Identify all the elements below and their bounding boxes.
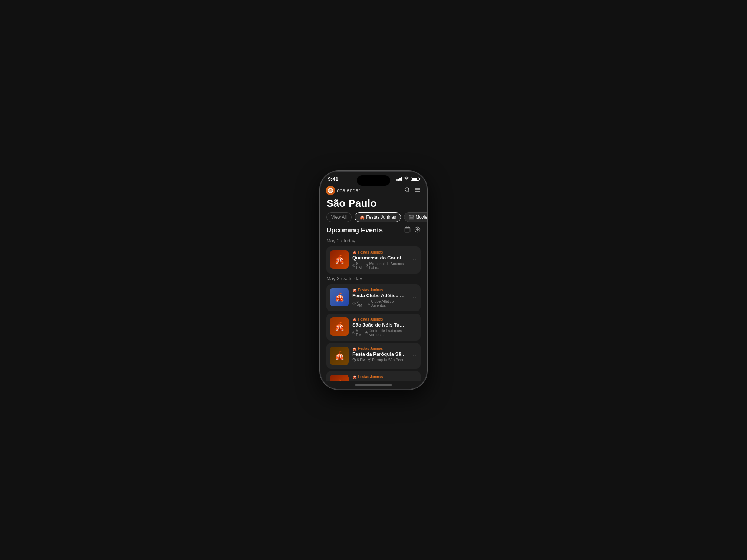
filter-view-all[interactable]: View All	[326, 212, 352, 222]
event-location: Clube Atlético Juventus	[368, 299, 407, 308]
date-group-may2: May 2 / friday 🎪 🎪 Festas Juninas Querme…	[326, 238, 421, 274]
event-info: 🎪 Festas Juninas Quermesse do Corinthian…	[352, 375, 407, 381]
event-thumbnail: 🎪	[330, 250, 349, 269]
event-card[interactable]: 🎪 🎪 Festas Juninas São João de Nóis Tudi…	[326, 314, 421, 341]
event-info: 🎪 Festas Juninas São João de Nóis Tudim …	[352, 317, 407, 337]
event-thumbnail: 🎪	[330, 317, 349, 336]
city-title: São Paulo	[320, 196, 427, 212]
section-icons	[404, 226, 421, 234]
main-scroll[interactable]: Upcoming Events	[320, 226, 427, 381]
event-category: 🎪 Festas Juninas	[352, 375, 407, 379]
event-time: 6 PM	[352, 358, 365, 362]
event-thumbnail: 🎪	[330, 375, 349, 381]
event-location: Centro de Tradições Nordes...	[365, 329, 407, 337]
event-more-button[interactable]: ···	[411, 256, 417, 263]
event-card[interactable]: 🎪 🎪 Festas Juninas Quermesse do Corinthi…	[326, 371, 421, 381]
svg-point-22	[369, 359, 370, 360]
filter-festas-juninas[interactable]: 🎪 Festas Juninas	[355, 212, 401, 222]
event-category: 🎪 Festas Juninas	[352, 250, 407, 254]
event-name: Festa Clube Atlético Juventus	[352, 293, 407, 298]
event-more-button[interactable]: ···	[411, 294, 417, 301]
svg-point-18	[368, 302, 369, 303]
wifi-icon	[404, 176, 409, 182]
event-info: 🎪 Festas Juninas Festa Clube Atlético Ju…	[352, 288, 407, 308]
event-time: 5 PM	[352, 329, 362, 337]
dynamic-island	[357, 175, 390, 186]
event-card[interactable]: 🎪 🎪 Festas Juninas Quermesse do Corinthi…	[326, 246, 421, 274]
section-title: Upcoming Events	[326, 226, 383, 234]
event-category: 🎪 Festas Juninas	[352, 288, 407, 292]
phone-frame: 9:41	[320, 171, 427, 390]
date-label-may2: May 2 / friday	[326, 238, 421, 243]
add-event-button[interactable]	[414, 226, 421, 234]
home-indicator	[320, 381, 427, 389]
svg-point-20	[366, 332, 367, 333]
event-thumbnail: 🎪	[330, 288, 349, 306]
event-meta: 6 PM Paróquia São Pedro	[352, 358, 407, 362]
event-info: 🎪 Festas Juninas Festa da Paróquia São P…	[352, 347, 407, 362]
event-category: 🎪 Festas Juninas	[352, 347, 407, 351]
section-header: Upcoming Events	[326, 226, 421, 234]
event-meta: 5 PM Centro de Tradições Nordes...	[352, 329, 407, 337]
battery-icon	[411, 177, 419, 181]
event-location: Paróquia São Pedro	[368, 358, 405, 362]
svg-point-16	[367, 265, 368, 266]
search-button[interactable]	[404, 187, 410, 194]
event-name: São João de Nóis Tudim	[352, 322, 407, 328]
event-card[interactable]: 🎪 🎪 Festas Juninas Festa da Paróquia São…	[326, 343, 421, 369]
phone-screen: 9:41	[320, 172, 427, 389]
svg-rect-8	[405, 227, 410, 232]
logo-area: ocalendar	[326, 186, 360, 195]
date-group-may3: May 3 / saturday 🎪 🎪 Festas Juninas F	[326, 276, 421, 381]
event-info: 🎪 Festas Juninas Quermesse do Corinthian…	[352, 250, 407, 270]
signal-icon	[396, 177, 402, 181]
menu-button[interactable]	[415, 187, 421, 194]
home-bar	[355, 384, 392, 386]
event-location: Memorial da América Latina	[366, 262, 407, 270]
event-meta: 6 PM Memorial da América Latina	[352, 262, 407, 270]
event-more-button[interactable]: ···	[411, 324, 417, 330]
filter-movies[interactable]: 🎬 Movies & T	[404, 212, 427, 222]
status-time: 9:41	[328, 176, 338, 182]
event-category: 🎪 Festas Juninas	[352, 317, 407, 321]
event-time: 5 PM	[352, 299, 365, 308]
svg-line-4	[408, 191, 409, 192]
calendar-button[interactable]	[404, 226, 411, 234]
app-content: ocalendar	[320, 183, 427, 389]
nav-icons	[404, 187, 421, 194]
event-name: Quermesse do Corinthians	[352, 255, 407, 261]
event-meta: 5 PM Clube Atlético Juventus	[352, 299, 407, 308]
event-card[interactable]: 🎪 🎪 Festas Juninas Festa Clube Atlético …	[326, 284, 421, 311]
event-more-button[interactable]: ···	[411, 352, 417, 359]
filter-chips: View All 🎪 Festas Juninas 🎬 Movies & T	[320, 212, 427, 226]
event-time: 6 PM	[352, 262, 363, 270]
status-icons	[396, 176, 419, 182]
app-logo-icon	[326, 186, 335, 195]
event-thumbnail: 🎪	[330, 347, 349, 365]
date-label-may3: May 3 / saturday	[326, 276, 421, 281]
event-name: Festa da Paróquia São Pedro	[352, 351, 407, 357]
app-name: ocalendar	[337, 188, 360, 193]
